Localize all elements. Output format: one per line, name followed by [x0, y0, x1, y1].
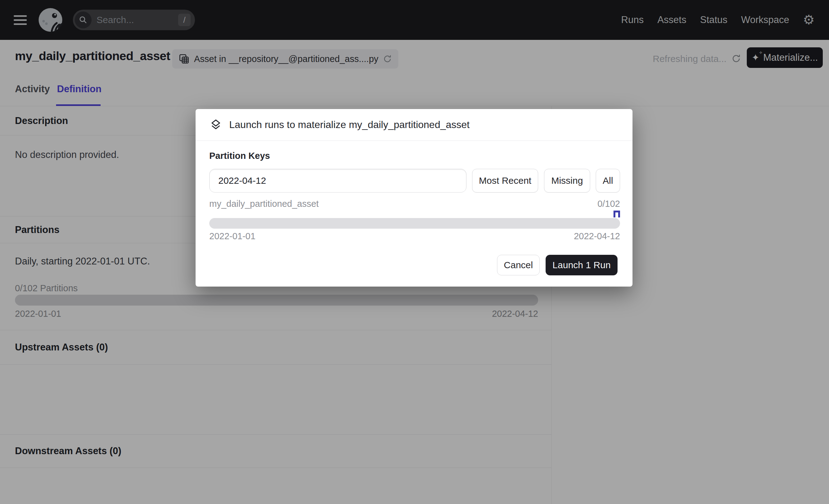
modal-partition-bar[interactable] — [209, 218, 620, 229]
all-button[interactable]: All — [596, 169, 620, 192]
modal-range-end: 2022-04-12 — [574, 231, 620, 242]
partition-keys-label: Partition Keys — [209, 151, 270, 161]
partition-keys-input[interactable] — [209, 169, 467, 192]
modal-range-start: 2022-01-01 — [209, 231, 255, 242]
most-recent-button[interactable]: Most Recent — [472, 169, 538, 192]
cancel-button[interactable]: Cancel — [497, 255, 540, 275]
launch-runs-modal: Launch runs to materialize my_daily_part… — [195, 109, 633, 287]
launch-run-button[interactable]: Launch 1 Run — [546, 255, 618, 275]
app-screen: / Runs Assets Status Workspace ⚙ my_dail… — [0, 0, 829, 504]
modal-partition-count: 0/102 — [597, 199, 620, 209]
missing-button[interactable]: Missing — [544, 169, 590, 192]
modal-title: Launch runs to materialize my_daily_part… — [229, 119, 470, 131]
modal-asset-name: my_daily_partitioned_asset — [209, 199, 319, 209]
modal-header: Launch runs to materialize my_daily_part… — [195, 109, 633, 141]
asset-layers-icon — [209, 118, 222, 132]
selected-partition-marker — [613, 211, 620, 217]
